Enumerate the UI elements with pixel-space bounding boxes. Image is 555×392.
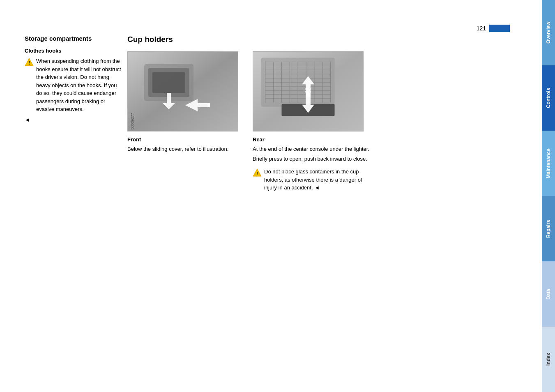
rear-end-mark: ◄ [314, 184, 320, 191]
sidebar-tab-repairs[interactable]: Repairs [542, 196, 555, 261]
clothes-hooks-warning: ! When suspending clothing from the hook… [25, 57, 123, 113]
clothes-hooks-end-mark: ◄ [25, 117, 30, 123]
rear-body1: At the end of the center console under t… [253, 145, 376, 153]
rear-body2: Briefly press to open; push back inward … [253, 155, 376, 163]
front-body: Below the sliding cover, refer to illust… [127, 145, 246, 153]
front-image-svg [128, 52, 238, 131]
page-number: 121 [477, 25, 486, 32]
rear-image-svg [253, 51, 363, 131]
rear-warning-text: Do not place glass containers in the cup… [264, 168, 362, 191]
sidebar-label-maintenance: Maintenance [546, 148, 551, 178]
sidebar-tab-data[interactable]: Data [542, 261, 555, 327]
sidebar-label-data: Data [546, 289, 551, 300]
rear-cup-holder-image: 530de278 [253, 51, 364, 131]
svg-text:!: ! [28, 60, 30, 65]
front-image-label: 530de277 [130, 113, 134, 129]
sidebar-label-overview: Overview [546, 22, 551, 44]
clothes-hooks-title: Clothes hooks [25, 48, 123, 54]
page-bar [489, 25, 510, 32]
rear-heading: Rear [253, 136, 376, 143]
svg-rect-33 [305, 91, 311, 92]
rear-cup-holder-section: 530de278 Rear At the end of the center c… [253, 35, 376, 195]
sidebar-tab-index[interactable]: Index [542, 327, 555, 392]
page-number-area: 121 [477, 25, 510, 32]
storage-compartments-section: Storage compartments Clothes hooks ! Whe… [25, 35, 123, 123]
front-cup-holder-section: 530de277 Front Below the sliding cover, … [127, 35, 246, 155]
sidebar-label-repairs: Repairs [546, 219, 551, 238]
sidebar-navigation: Overview Controls Maintenance Repairs Da… [542, 0, 555, 392]
front-cup-holder-image: 530de277 [127, 51, 238, 131]
svg-rect-32 [305, 88, 311, 90]
storage-title: Storage compartments [25, 35, 123, 42]
front-heading: Front [127, 136, 246, 143]
svg-rect-5 [152, 72, 185, 93]
front-image-content: 530de277 [128, 52, 238, 131]
sidebar-tab-controls[interactable]: Controls [542, 65, 555, 131]
rear-warning-triangle-icon: ! [253, 168, 262, 177]
clothes-hooks-warning-text: When suspending clothing from the hooks … [36, 57, 123, 113]
sidebar-tab-maintenance[interactable]: Maintenance [542, 131, 555, 196]
sidebar-label-controls: Controls [546, 88, 551, 108]
rear-warning-block: ! Do not place glass containers in the c… [253, 168, 376, 192]
warning-triangle-icon: ! [25, 58, 34, 67]
sidebar-tab-overview[interactable]: Overview [542, 0, 555, 65]
svg-text:!: ! [256, 171, 258, 176]
rear-warning-content: Do not place glass containers in the cup… [264, 168, 376, 192]
sidebar-label-index: Index [546, 353, 551, 366]
